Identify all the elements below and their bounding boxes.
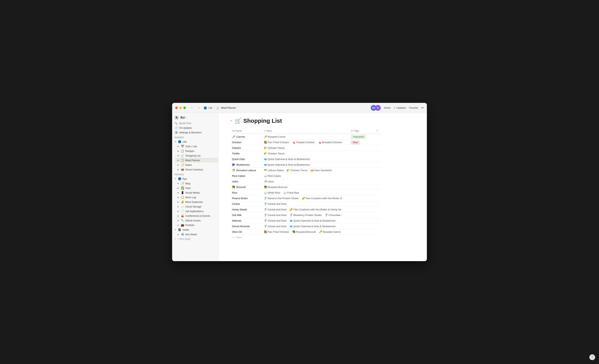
tag-icon: 🏷: [351, 130, 353, 132]
meal-chip[interactable]: 🥤Blueberry Protein Shake: [290, 213, 321, 217]
table-row[interactable]: Cereal🥤Cereal and Nuts: [230, 201, 380, 207]
meal-chip[interactable]: 🥤Chocolate ◦: [325, 213, 342, 217]
table-row[interactable]: Cilantro🌮Chicken Tacos: [230, 145, 380, 151]
meal-chip[interactable]: 🥣Quick Oatmeal & Nuts & Blueberries: [290, 219, 335, 222]
sidebar-item-work-expenses[interactable]: ▶ 💰 Work Expenses: [175, 200, 218, 204]
meal-chip[interactable]: 🍜Udon: [264, 180, 274, 183]
sidebar-item-settings[interactable]: ⚙️ Settings & Members: [172, 130, 218, 135]
meal-chip[interactable]: 🥤Cereal and Nuts: [264, 219, 287, 222]
col-header-add[interactable]: +: [374, 128, 380, 134]
meal-chip[interactable]: 🌮Chicken Tacos: [264, 146, 285, 149]
more-button[interactable]: •••: [421, 106, 424, 109]
table-row[interactable]: Rice Cakes🍚Rice Cakes: [230, 173, 380, 179]
sidebar-item-recipes[interactable]: ▶ 📋 Recipes: [175, 149, 218, 153]
sidebar-item-todo-life[interactable]: ▶ 📅 Todo / Life: [175, 144, 218, 149]
close-button[interactable]: [175, 107, 178, 109]
sidebar-quick-find[interactable]: 🔍 Quick Find: [172, 121, 218, 125]
meal-chip[interactable]: 🍗Teriyaki Chicken: [292, 141, 315, 144]
sidebar-item-home-inventory[interactable]: ▶ 📦 Home Inventory: [175, 167, 218, 172]
sidebar-item-all-updates[interactable]: 🕐 All Updates: [172, 125, 218, 130]
col-header-name[interactable]: Aa Name: [230, 128, 262, 134]
meal-chip[interactable]: 🥜Flax Crackers with Nut Butter & Hemp Se: [290, 208, 341, 211]
meal-chip[interactable]: 🥤Cereal and Nuts: [264, 208, 287, 211]
meal-chip[interactable]: 🥤Cereal and Nuts: [264, 225, 287, 228]
sidebar-item-dev-notes[interactable]: ▶ ⚙️ Dev Notes: [175, 232, 218, 237]
meal-chip[interactable]: 🥕Roasted Carrot: [264, 135, 285, 138]
table-row[interactable]: Rice🍚White Rice🍚Fried Rice: [230, 190, 380, 195]
sidebar-item-shopping-list[interactable]: ▶ 🛒 Shopping List: [175, 153, 218, 158]
meal-chip[interactable]: 🥜Flax Crackers with Nut Butter &: [302, 197, 342, 200]
back-button[interactable]: ←: [190, 105, 195, 110]
meal-chip[interactable]: 🥗Lettuce Salad: [264, 169, 284, 172]
table-row[interactable]: Quick Oats🥣Quick Oatmeal & Nuts & Bluebe…: [230, 156, 380, 162]
table-row[interactable]: 🥬Romaine Lettuce🥗Lettuce Salad🌮Chicken T…: [230, 168, 380, 173]
meal-chip[interactable]: 🍗Breaded Chicken: [318, 141, 342, 144]
favorite-button[interactable]: Favorite: [409, 106, 418, 109]
meal-chip[interactable]: 🥕Roasted Carrot: [319, 230, 340, 233]
table-row[interactable]: Chicken🥘Pan Fried Chicken🍗Teriyaki Chick…: [230, 140, 380, 145]
meal-chip[interactable]: 🥪Ham Sandwich: [310, 169, 332, 172]
meal-chip[interactable]: 🌮Chicken Tacos: [287, 169, 308, 172]
breadcrumb-life[interactable]: Life: [208, 106, 212, 109]
row-meals-cell: 🌮Chicken Tacos: [264, 146, 347, 149]
sidebar-item-ryo[interactable]: ▼ 🔵 Ryo: [172, 176, 218, 181]
sidebar-item-meal-planner[interactable]: ▶ 📋 Meal Planner: [175, 158, 218, 162]
sidebar-item-todo[interactable]: ▶ ✅ Todo: [175, 186, 218, 190]
meal-chip[interactable]: 🍚Rice Cakes: [264, 174, 281, 177]
maximize-button[interactable]: [183, 107, 186, 109]
help-button[interactable]: ?: [589, 354, 595, 360]
meal-icon: 🥕: [264, 135, 267, 138]
new-page-button[interactable]: + + New page: [172, 237, 218, 241]
updates-button[interactable]: ✓ Updates: [394, 106, 406, 109]
sidebar-item-notes-shared[interactable]: ▶ 📝 Notes: [175, 162, 218, 167]
sidebar-item-notes-private[interactable]: ▼ 📓 Notes: [172, 227, 218, 232]
table-row[interactable]: 🥦Broccoli🥦Roasted Broccoli: [230, 184, 380, 190]
table-row[interactable]: Hemp Seeds🥤Cereal and Nuts🥜Flax Crackers…: [230, 207, 380, 212]
table-row[interactable]: 🫐Blueberries🥣Quick Oatmeal & Nuts & Blue…: [230, 162, 380, 168]
table-row[interactable]: Olive Oil🥘Pan Fried Chicken🥦Roasted Broc…: [230, 229, 380, 235]
table-row[interactable]: Walnuts🥤Cereal and Nuts🥣Quick Oatmeal & …: [230, 218, 380, 223]
row-name-text: Carrots: [236, 135, 245, 138]
meal-chip[interactable]: 🥣Quick Oatmeal & Nuts & Blueberries: [264, 158, 310, 160]
table-row[interactable]: Tortilla🌮Chicken Tacos: [230, 151, 380, 156]
meal-chip[interactable]: 🥤Cereal and Nuts: [264, 213, 287, 217]
sidebar-item-conferences[interactable]: ▶ 🎪 Conferences & Events: [175, 213, 218, 218]
row-name-cell: 🥕Carrots: [232, 135, 260, 138]
sidebar-item-work-log[interactable]: ▶ 📋 Work Log: [175, 195, 218, 200]
share-button[interactable]: Share: [384, 106, 391, 109]
new-row-button[interactable]: + + New: [230, 235, 380, 240]
table-row[interactable]: Sliced Almonds🥤Cereal and Nuts🥣Quick Oat…: [230, 223, 380, 229]
sidebar-item-job-applications[interactable]: ▶ 📄 Job Applications: [175, 209, 218, 213]
sidebar-item-github-issues[interactable]: ▶ 🔧 Github Issues: [175, 218, 218, 223]
meal-chip[interactable]: 🌮Chicken Tacos: [264, 152, 285, 155]
meal-chip[interactable]: 🥦Roasted Broccoli: [264, 186, 287, 188]
breadcrumb-meal-planner[interactable]: Meal Planner: [221, 106, 236, 109]
table-row[interactable]: Peanut Butter🥤Banana Oat Protein Shake🥜F…: [230, 195, 380, 201]
meal-chip[interactable]: 🥦Roasted Broccoli: [292, 230, 316, 233]
tag-badge[interactable]: Meat: [351, 141, 360, 144]
sidebar-user[interactable]: 亮 亮介 ◦: [172, 115, 218, 121]
meal-chip[interactable]: 🥣Quick Oatmeal & Nuts & Blueberries: [264, 163, 310, 166]
add-column-button[interactable]: +: [376, 129, 379, 133]
meal-chip[interactable]: 🥣Quick Oatmeal & Nuts & Blueberries: [290, 225, 335, 228]
table-row[interactable]: Oat Milk🥤Cereal and Nuts🥤Blueberry Prote…: [230, 212, 380, 218]
meal-chip[interactable]: 🥤Cereal and Nuts: [264, 202, 287, 205]
forward-button[interactable]: →: [196, 105, 201, 110]
meal-chip[interactable]: 🥤Banana Oat Protein Shake: [264, 197, 299, 200]
col-header-meal[interactable]: ↗ Meal: [262, 128, 349, 134]
meal-chip[interactable]: 🍚White Rice: [264, 191, 280, 194]
sidebar-item-cloud-storage[interactable]: ▶ ☁️ Cloud Storage: [175, 204, 218, 209]
tag-badge[interactable]: Vegetables: [351, 135, 366, 139]
col-header-tags[interactable]: 🏷 Tags: [349, 128, 374, 134]
minimize-button[interactable]: [179, 107, 182, 109]
table-row[interactable]: Udon🍜Udon: [230, 179, 380, 184]
sidebar-item-social-media[interactable]: ▶ 📱 Social Media: [175, 190, 218, 195]
meal-chip[interactable]: 🍚Fried Rice: [283, 191, 299, 194]
sidebar-item-portfolio[interactable]: ▶ 💼 Portfolio: [175, 223, 218, 227]
sidebar-item-life[interactable]: ▼ 🔵 Life: [172, 139, 218, 144]
meal-chip[interactable]: 🥘Pan Fried Chicken: [264, 141, 289, 144]
sidebar-item-blog[interactable]: ▶ 📝 Blog: [175, 181, 218, 186]
nav-buttons: ← →: [190, 105, 201, 110]
meal-chip[interactable]: 🥘Pan Fried Chicken: [264, 230, 289, 233]
table-row[interactable]: 🥕Carrots🥕Roasted CarrotVegetables: [230, 134, 380, 140]
